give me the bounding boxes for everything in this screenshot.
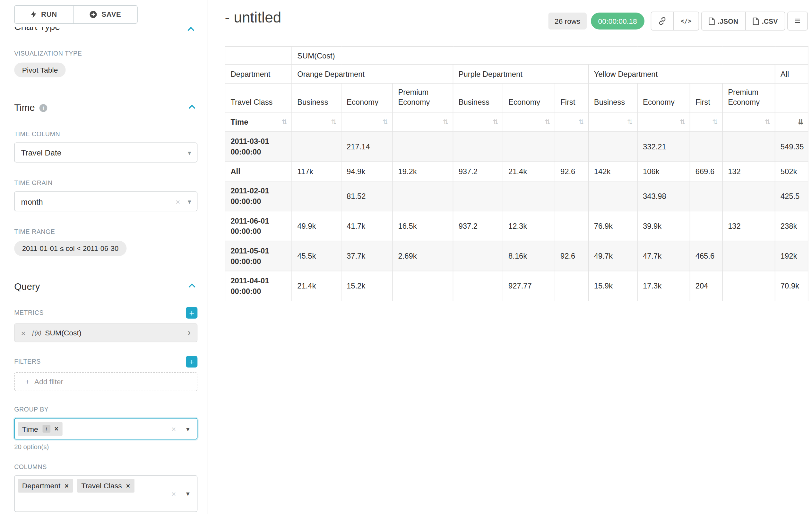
pivot-data-row: All117k94.9k19.2k937.221.4k92.6142k106k6…: [225, 162, 808, 181]
sort-icon[interactable]: ⇅: [443, 118, 449, 126]
time-column-label: TIME COLUMN: [14, 130, 197, 138]
pivot-cell: 927.77: [503, 271, 555, 301]
pivot-row-label: All: [225, 162, 292, 181]
sort-icon[interactable]: ⇊: [798, 118, 804, 126]
visualization-type-value[interactable]: Pivot Table: [14, 63, 66, 77]
pivot-data-row: 2011-03-01 00:00:00217.14332.21549.35: [225, 132, 808, 162]
pivot-row-label: 2011-04-01 00:00:00: [225, 271, 292, 301]
plus-circle-icon: [90, 10, 97, 19]
download-json-label: .JSON: [718, 17, 738, 25]
section-divider: [14, 36, 197, 36]
control-panel: RUN SAVE Chart Type VISUALIZATION TYPE P…: [0, 0, 207, 514]
caret-down-icon: ▾: [188, 197, 191, 205]
pivot-cell: 37.7k: [341, 241, 393, 271]
download-csv-button[interactable]: .CSV: [745, 11, 785, 30]
pivot-row-dimension-label: Travel Class: [225, 83, 292, 112]
add-filter-plus-button[interactable]: +: [186, 356, 197, 368]
time-range-pill[interactable]: 2011-01-01 ≤ col < 2011-06-30: [14, 241, 126, 256]
add-filter-label: Add filter: [34, 377, 63, 386]
clear-icon[interactable]: ×: [171, 489, 176, 498]
pivot-cell: [722, 271, 775, 301]
pivot-cell: [690, 181, 722, 211]
clear-icon[interactable]: ×: [171, 424, 176, 433]
pivot-leaf-header: Premium Economy: [393, 83, 453, 112]
chevron-right-icon[interactable]: ›: [188, 328, 191, 338]
file-icon: [752, 17, 759, 25]
columns-select[interactable]: Department×Travel Class× × ▾: [14, 475, 197, 512]
embed-code-button[interactable]: </>: [673, 11, 699, 30]
clear-icon[interactable]: ×: [176, 197, 180, 206]
group-by-pill[interactable]: Timei×: [18, 422, 63, 436]
pivot-leaf-header: First: [555, 83, 589, 112]
pill-remove-icon[interactable]: ×: [126, 482, 130, 490]
pivot-cell: 41.7k: [341, 211, 393, 241]
pivot-cell: 92.6: [555, 241, 589, 271]
pivot-leaf-header: Business: [292, 83, 341, 112]
pivot-cell: 76.9k: [589, 211, 637, 241]
pivot-leaf-header: Business: [453, 83, 502, 112]
pill-label: Travel Class: [81, 482, 122, 490]
info-icon[interactable]: i: [39, 104, 48, 112]
sort-icon[interactable]: ⇅: [680, 118, 686, 126]
pivot-body: 2011-03-01 00:00:00217.14332.21549.35All…: [225, 132, 808, 301]
metric-pill[interactable]: × ƒ(x) SUM(Cost) ›: [14, 323, 197, 342]
group-by-select[interactable]: Timei× × ▾: [14, 418, 197, 439]
caret-down-icon[interactable]: ▾: [186, 490, 190, 497]
remove-metric-icon[interactable]: ×: [21, 328, 25, 337]
time-column-select[interactable]: Travel Date ▾: [14, 142, 197, 162]
chevron-up-icon[interactable]: [189, 105, 196, 111]
time-grain-select[interactable]: month × ▾: [14, 191, 197, 211]
results-menu-button[interactable]: ≡: [787, 11, 808, 30]
pivot-cell: 19.2k: [393, 162, 453, 181]
pivot-cell: 332.21: [637, 132, 690, 162]
bolt-icon: [30, 10, 37, 19]
add-filter-button[interactable]: + Add filter: [14, 372, 197, 391]
sort-icon[interactable]: ⇅: [627, 118, 633, 126]
pivot-row-label: 2011-03-01 00:00:00: [225, 132, 292, 162]
pivot-group-header: Yellow Department: [589, 64, 775, 83]
time-section-header[interactable]: Time i: [14, 103, 197, 113]
pivot-cell: 132: [722, 211, 775, 241]
pivot-group-header: Orange Department: [292, 64, 453, 83]
columns-pill[interactable]: Department×: [18, 479, 73, 493]
sort-icon[interactable]: ⇅: [383, 118, 388, 126]
pivot-cell: [722, 241, 775, 271]
pill-remove-icon[interactable]: ×: [55, 425, 58, 433]
save-button[interactable]: SAVE: [73, 5, 137, 23]
pivot-cell: 92.6: [555, 162, 589, 181]
download-csv-label: .CSV: [762, 17, 778, 25]
pivot-leaf-header: Business: [589, 83, 637, 112]
copy-link-button[interactable]: [650, 11, 674, 30]
pivot-cell: 549.35: [775, 132, 808, 162]
columns-pill[interactable]: Travel Class×: [77, 479, 134, 493]
sort-icon[interactable]: ⇅: [765, 118, 771, 126]
sort-icon[interactable]: ⇅: [545, 118, 550, 126]
sort-icon[interactable]: ⇅: [493, 118, 498, 126]
pivot-cell: 15.2k: [341, 271, 393, 301]
pivot-row-label: 2011-06-01 00:00:00: [225, 211, 292, 241]
pivot-cell: 192k: [775, 241, 808, 271]
pivot-cell: 8.16k: [503, 241, 555, 271]
add-metric-button[interactable]: +: [186, 307, 197, 319]
query-timer-badge: 00:00:00.18: [591, 12, 644, 29]
row-count-badge: 26 rows: [548, 12, 587, 29]
pill-info-icon[interactable]: i: [42, 425, 50, 433]
chart-type-section-header[interactable]: Chart Type: [14, 27, 197, 34]
sort-icon[interactable]: ⇅: [282, 118, 287, 126]
chevron-up-icon[interactable]: [189, 283, 196, 290]
query-section-header[interactable]: Query: [14, 281, 197, 292]
pivot-data-row: 2011-06-01 00:00:0049.9k41.7k16.5k937.21…: [225, 211, 808, 241]
download-json-button[interactable]: .JSON: [701, 11, 746, 30]
plus-icon: +: [25, 377, 30, 386]
caret-down-icon[interactable]: ▾: [186, 425, 190, 433]
sort-icon[interactable]: ⇅: [712, 118, 718, 126]
pivot-cell: [722, 181, 775, 211]
pill-remove-icon[interactable]: ×: [65, 482, 69, 490]
pivot-time-label: Time: [230, 118, 248, 126]
sort-icon[interactable]: ⇅: [578, 118, 584, 126]
run-button[interactable]: RUN: [14, 5, 74, 23]
pivot-cell: [453, 241, 502, 271]
pivot-head: SUM(Cost)DepartmentOrange DepartmentPurp…: [225, 47, 808, 132]
pivot-cell: 465.6: [690, 241, 722, 271]
sort-icon[interactable]: ⇅: [331, 118, 337, 126]
